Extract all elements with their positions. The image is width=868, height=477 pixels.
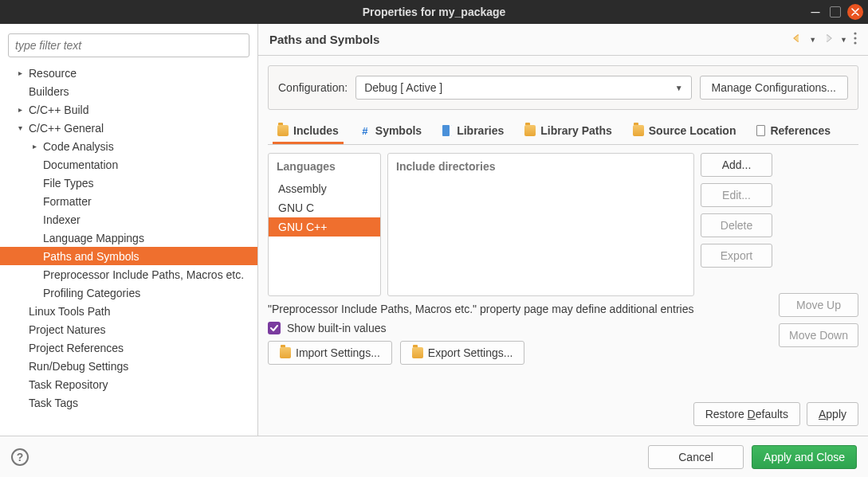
move-up-button[interactable]: Move Up — [779, 293, 858, 317]
forward-icon[interactable] — [823, 33, 834, 46]
folder-icon — [633, 125, 644, 136]
back-dropdown-icon[interactable]: ▼ — [809, 36, 816, 44]
tree-item[interactable]: Builders — [0, 82, 257, 100]
tab-references[interactable]: References — [752, 118, 835, 144]
twisty-placeholder — [14, 379, 26, 390]
hint-text: "Preprocessor Include Paths, Macros etc.… — [268, 303, 772, 315]
hash-icon: # — [359, 125, 371, 136]
edit-button[interactable]: Edit... — [701, 183, 772, 207]
include-directories-list: Include directories — [387, 153, 694, 296]
tree-item-label: C/C++ Build — [29, 104, 88, 116]
folder-icon — [524, 125, 536, 136]
tab-label: Symbols — [375, 124, 422, 137]
maximize-button[interactable] — [830, 6, 841, 18]
help-icon[interactable]: ? — [11, 448, 29, 466]
twisty-placeholder — [14, 397, 26, 409]
import-settings-button[interactable]: Import Settings... — [268, 341, 392, 365]
tab-label: Includes — [293, 124, 339, 137]
tree-item[interactable]: Linux Tools Path — [0, 302, 257, 320]
svg-point-2 — [854, 41, 856, 44]
tree-item[interactable]: Task Tags — [0, 393, 257, 412]
back-icon[interactable] — [791, 33, 803, 46]
tree-item-label: File Types — [43, 177, 94, 190]
twisty-placeholder — [29, 178, 40, 189]
tree-item-label: Preprocessor Include Paths, Macros etc. — [43, 268, 244, 281]
twisty-placeholder — [29, 251, 40, 262]
svg-point-1 — [854, 37, 856, 39]
tree-item[interactable]: ▾C/C++ General — [0, 119, 257, 137]
twisty-placeholder — [14, 361, 26, 372]
tree-item[interactable]: Run/Debug Settings — [0, 357, 257, 375]
twisty-placeholder — [14, 342, 26, 354]
apply-button[interactable]: Apply — [807, 402, 858, 426]
tree-item-label: Formatter — [43, 195, 92, 208]
tree-item[interactable]: Documentation — [0, 155, 257, 174]
languages-list: Languages AssemblyGNU CGNU C++ — [268, 153, 381, 296]
close-button[interactable] — [847, 4, 863, 20]
tabs: Includes#SymbolsLibrariesLibrary PathsSo… — [268, 118, 858, 145]
twisty-placeholder — [29, 287, 40, 299]
manage-configurations-button[interactable]: Manage Configurations... — [700, 76, 848, 100]
tree-item-label: Task Tags — [29, 397, 78, 409]
language-item[interactable]: GNU C — [269, 198, 380, 217]
config-value: Debug [ Active ] — [364, 81, 442, 94]
filter-input[interactable] — [15, 39, 242, 52]
tree-item-label: Documentation — [43, 158, 118, 171]
language-item[interactable]: GNU C++ — [269, 217, 380, 237]
tree-item[interactable]: ▸C/C++ Build — [0, 100, 257, 119]
move-down-button[interactable]: Move Down — [779, 323, 858, 347]
config-panel: Configuration: Debug [ Active ] ▼ Manage… — [268, 65, 858, 110]
tree-item-label: Paths and Symbols — [43, 250, 139, 263]
tree-item[interactable]: Paths and Symbols — [0, 247, 257, 265]
tree-item[interactable]: ▸Resource — [0, 64, 257, 82]
delete-button[interactable]: Delete — [701, 213, 772, 237]
folder-icon — [412, 347, 423, 358]
twisty-placeholder — [29, 159, 40, 170]
footer: ? Cancel Apply and Close — [0, 436, 868, 477]
tree-item[interactable]: ▸Code Analysis — [0, 137, 257, 155]
tab-source-location[interactable]: Source Location — [628, 118, 741, 144]
tree-item-label: Linux Tools Path — [29, 305, 110, 318]
tab-symbols[interactable]: #Symbols — [355, 118, 426, 144]
tree-item[interactable]: Language Mappings — [0, 229, 257, 247]
tree-item[interactable]: Project Natures — [0, 320, 257, 338]
tree-item-label: Language Mappings — [43, 232, 144, 244]
view-menu-icon[interactable] — [854, 32, 857, 47]
export-button[interactable]: Export — [701, 244, 772, 268]
twisty-placeholder — [29, 196, 40, 207]
tree-item[interactable]: File Types — [0, 174, 257, 192]
forward-dropdown-icon[interactable]: ▼ — [840, 36, 847, 44]
window-title: Properties for my_package — [363, 6, 506, 18]
tree-item[interactable]: Formatter — [0, 192, 257, 210]
tree-item[interactable]: Preprocessor Include Paths, Macros etc. — [0, 265, 257, 283]
tree-item-label: Code Analysis — [43, 140, 114, 153]
show-builtin-checkbox[interactable] — [268, 322, 281, 334]
apply-and-close-button[interactable]: Apply and Close — [752, 445, 857, 469]
minimize-button[interactable]: ― — [807, 4, 823, 20]
chevron-down-icon: ▼ — [675, 84, 683, 92]
add-button[interactable]: Add... — [701, 153, 772, 177]
config-combo[interactable]: Debug [ Active ] ▼ — [355, 76, 691, 100]
language-item[interactable]: Assembly — [269, 179, 380, 198]
tab-libraries[interactable]: Libraries — [438, 118, 509, 144]
tree-item-label: Project References — [29, 342, 124, 354]
tab-library-paths[interactable]: Library Paths — [520, 118, 616, 144]
sidebar: ▸ResourceBuilders▸C/C++ Build▾C/C++ Gene… — [0, 24, 258, 436]
page-title: Paths and Symbols — [269, 33, 379, 46]
twisty-placeholder — [14, 86, 26, 97]
chevron-right-icon: ▸ — [14, 68, 26, 79]
folder-icon — [277, 125, 289, 136]
restore-defaults-button[interactable]: Restore Defaults — [693, 402, 800, 426]
tree-item-label: Resource — [29, 67, 77, 80]
cancel-button[interactable]: Cancel — [648, 445, 744, 469]
filter-box[interactable] — [8, 33, 249, 57]
export-settings-button[interactable]: Export Settings... — [400, 341, 525, 365]
tree-item[interactable]: Indexer — [0, 210, 257, 229]
tree-item[interactable]: Project References — [0, 338, 257, 357]
tree-item[interactable]: Profiling Categories — [0, 283, 257, 302]
twisty-placeholder — [29, 214, 40, 225]
tab-includes[interactable]: Includes — [273, 118, 344, 144]
tree-item-label: Run/Debug Settings — [29, 360, 128, 373]
tree-item[interactable]: Task Repository — [0, 375, 257, 393]
twisty-placeholder — [14, 306, 26, 317]
